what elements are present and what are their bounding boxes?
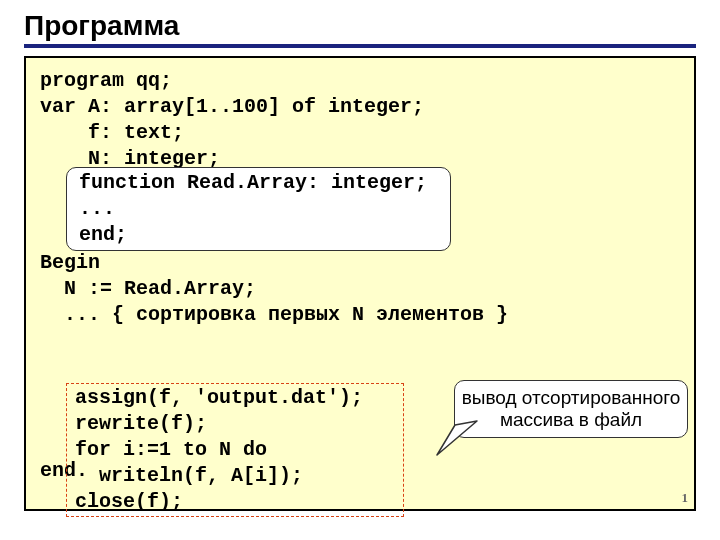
code-segment-top: program qq; var A: array[1..100] of inte… — [40, 68, 680, 172]
output-code: assign(f, 'output.dat'); rewrite(f); for… — [75, 385, 395, 515]
function-box: function Read.Array: integer; ... end; — [66, 167, 451, 251]
callout-bubble: вывод отсортированного массива в файл — [454, 380, 688, 438]
slide: Программа program qq; var A: array[1..10… — [0, 0, 720, 540]
page-number: 1 — [682, 490, 689, 507]
svg-marker-0 — [437, 421, 477, 455]
output-box: assign(f, 'output.dat'); rewrite(f); for… — [66, 383, 404, 517]
callout-text: вывод отсортированного массива в файл — [462, 387, 681, 430]
code-segment-mid: Begin N := Read.Array; ... { сортировка … — [40, 250, 680, 328]
callout-tail-icon — [431, 419, 481, 459]
function-code: function Read.Array: integer; ... end; — [79, 170, 438, 248]
page-title: Программа — [24, 10, 696, 48]
code-panel: program qq; var A: array[1..100] of inte… — [24, 56, 696, 511]
